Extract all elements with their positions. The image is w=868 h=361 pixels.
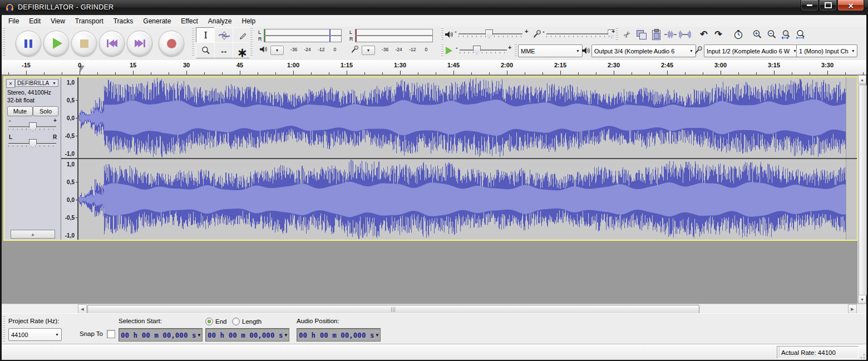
pan-slider[interactable] [8, 139, 56, 149]
ruler-tick [275, 72, 276, 75]
menu-edit[interactable]: Edit [24, 15, 46, 27]
mute-button[interactable]: Mute [7, 106, 33, 116]
menu-tracks[interactable]: Tracks [108, 15, 139, 27]
toolbar-grip[interactable] [250, 28, 253, 57]
ruler-tick [169, 72, 169, 75]
playback-meter[interactable]: LR▼-36-24-120 [254, 28, 343, 58]
title-bar[interactable]: DEFIBRILLATOR - GRINDER × [0, 0, 868, 16]
timeshift-tool-button[interactable]: ↔ [214, 42, 234, 58]
audio-host-select[interactable]: MME ▼ [518, 44, 583, 57]
skip-to-end-button[interactable] [127, 31, 152, 56]
audio-track[interactable]: × DEFIBRILLA ▼ Stereo, 44100Hz 32-bit fl… [3, 76, 858, 241]
fit-project-button[interactable] [794, 28, 807, 41]
trim-audio-button[interactable] [664, 28, 677, 41]
zoom-in-button[interactable] [751, 28, 764, 41]
timeline-ruler[interactable]: -1501530451:001:151:301:452:002:152:302:… [2, 60, 866, 75]
ruler-tick [311, 72, 312, 75]
scroll-up-button[interactable]: ▲ [858, 75, 866, 84]
output-device-select[interactable]: Output 3/4 (Komplete Audio 6 ▼ [591, 44, 696, 57]
stop-button[interactable] [71, 31, 97, 56]
menu-transport[interactable]: Transport [70, 15, 108, 27]
zoom-tool-button[interactable] [196, 42, 215, 58]
scroll-left-button[interactable]: ◀ [78, 304, 87, 314]
copy-button[interactable] [635, 28, 648, 41]
toolbar-grip[interactable] [192, 28, 194, 57]
waveform-right-channel[interactable] [78, 159, 846, 240]
vertical-scale-left[interactable]: 1,00,50,0-0,5-1,0 [61, 77, 78, 158]
project-rate-select[interactable]: 44100 ▼ [8, 328, 62, 341]
toolbar-grip[interactable] [616, 28, 618, 41]
recording-meter[interactable]: LR▼-36-24-120 [345, 28, 434, 58]
paste-button[interactable] [649, 28, 663, 41]
length-radio[interactable] [232, 318, 240, 325]
vertical-scroll-thumb[interactable] [859, 85, 867, 296]
actual-rate-status: Actual Rate: 44100 [777, 346, 859, 359]
record-button[interactable] [159, 31, 184, 56]
scroll-right-button[interactable]: ▶ [848, 304, 857, 314]
end-radio-option[interactable]: End [205, 318, 226, 325]
toolbar-grip[interactable] [515, 44, 517, 57]
track-format-info: Stereo, 44100Hz [7, 89, 51, 96]
recording-meter-bar[interactable] [355, 29, 433, 36]
maximize-button[interactable] [819, 0, 837, 11]
stop-icon [80, 39, 88, 48]
zoom-out-button[interactable] [765, 28, 778, 41]
toolbar-grip[interactable] [441, 44, 443, 57]
menu-file[interactable]: File [2, 15, 24, 27]
play-button[interactable] [43, 31, 69, 56]
recording-meter-dropdown[interactable]: ▼ [362, 46, 375, 55]
play-at-speed-button[interactable] [446, 47, 452, 55]
menu-view[interactable]: View [46, 15, 70, 27]
track-title-menu[interactable]: DEFIBRILLA ▼ [15, 79, 58, 87]
gain-slider[interactable] [8, 122, 56, 132]
selection-end-field[interactable]: 00 h 00 m 00,000 s ▼ [205, 328, 289, 342]
input-volume-slider[interactable] [546, 29, 610, 39]
recording-meter-bar[interactable] [355, 36, 433, 42]
waveform-left-channel[interactable] [78, 77, 846, 158]
selection-tool-button[interactable]: I [196, 27, 215, 43]
ruler-tick [507, 71, 507, 75]
fit-selection-button[interactable] [780, 28, 793, 41]
chevron-down-icon: ▼ [198, 333, 200, 338]
horizontal-scrollbar[interactable]: ◀ ▶ [2, 304, 866, 314]
length-radio-option[interactable]: Length [232, 318, 262, 325]
slider-groove [460, 50, 507, 51]
audio-position-field[interactable]: 00 h 00 m 00,000 s ▼ [297, 328, 381, 342]
amp-scale-tick [76, 136, 77, 136]
redo-button[interactable]: ↷ [712, 28, 725, 41]
playback-speed-slider[interactable] [460, 45, 507, 55]
input-device-select[interactable]: Input 1/2 (Komplete Audio 6 W ▼ [704, 44, 800, 57]
project-rate-label: Project Rate (Hz): [8, 318, 59, 324]
snap-to-checkbox[interactable] [107, 330, 115, 338]
selection-start-field[interactable]: 00 h 00 m 00,000 s ▼ [119, 328, 203, 342]
end-radio[interactable] [205, 318, 213, 325]
undo-button[interactable]: ↶ [697, 28, 711, 41]
playback-meter-bar[interactable] [264, 29, 342, 36]
track-collapse-button[interactable]: ▲ [11, 230, 55, 239]
toolbar-grip[interactable] [3, 317, 5, 342]
menu-analyze[interactable]: Analyze [203, 15, 237, 27]
silence-audio-button[interactable] [678, 28, 692, 41]
timer-button[interactable] [732, 28, 745, 41]
cut-button[interactable]: ✂ [620, 28, 634, 41]
envelope-tool-button[interactable] [214, 27, 234, 43]
vertical-scrollbar[interactable]: ▲ ▼ [857, 75, 866, 304]
playback-meter-bar[interactable] [264, 36, 342, 42]
menu-effect[interactable]: Effect [176, 15, 203, 27]
solo-button[interactable]: Solo [33, 106, 58, 116]
close-button[interactable]: × [837, 0, 864, 11]
menu-help[interactable]: Help [237, 15, 261, 27]
resize-grip[interactable] [859, 352, 865, 359]
track-close-button[interactable]: × [6, 79, 15, 88]
input-channels-select[interactable]: 1 (Mono) Input Ch ▼ [796, 44, 857, 57]
vertical-scale-right[interactable]: 1,00,50,0-0,5-1,0 [61, 159, 78, 240]
menu-generate[interactable]: Generate [138, 15, 176, 27]
toolbar-grip[interactable] [441, 28, 443, 41]
output-volume-slider[interactable] [458, 29, 522, 39]
pause-button[interactable] [16, 31, 41, 56]
playback-meter-dropdown[interactable]: ▼ [270, 46, 284, 55]
scroll-down-button[interactable]: ▼ [858, 295, 866, 304]
toolbar-grip[interactable] [3, 28, 5, 57]
skip-to-start-button[interactable] [99, 31, 125, 56]
minimize-button[interactable] [801, 0, 818, 11]
